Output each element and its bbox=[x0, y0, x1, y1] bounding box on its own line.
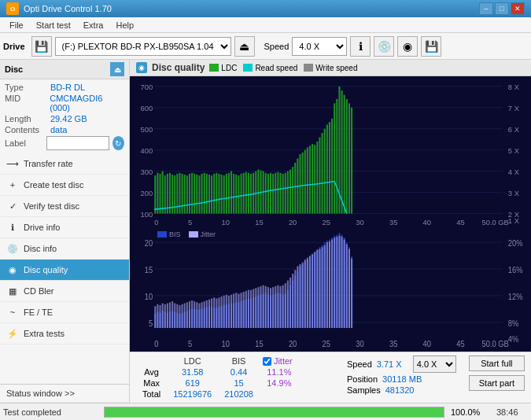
svg-text:10: 10 bbox=[222, 217, 230, 226]
sidebar-item-drive-info[interactable]: ℹ Drive info bbox=[0, 217, 129, 238]
speed-select[interactable]: 4.0 X bbox=[292, 37, 347, 56]
disc-label-input[interactable] bbox=[46, 136, 109, 150]
svg-rect-33 bbox=[154, 175, 156, 214]
menu-help[interactable]: Help bbox=[109, 19, 140, 31]
close-button[interactable]: ✕ bbox=[511, 2, 525, 15]
disc-eject-button[interactable]: ⏏ bbox=[110, 62, 124, 76]
sidebar-nav: ⟶ Transfer rate + Create test disc ✓ Ver… bbox=[0, 153, 129, 384]
sidebar-item-disc-info[interactable]: 💿 Disc info bbox=[0, 238, 129, 260]
svg-rect-256 bbox=[245, 291, 247, 328]
sidebar-item-extra-tests[interactable]: ⚡ Extra tests bbox=[0, 323, 129, 344]
sidebar-item-fe-te[interactable]: ~ FE / TE bbox=[0, 302, 129, 323]
svg-rect-34 bbox=[157, 173, 158, 214]
ldc-legend-label: LDC bbox=[221, 64, 237, 72]
svg-rect-36 bbox=[162, 171, 164, 214]
svg-rect-90 bbox=[294, 163, 296, 214]
svg-rect-97 bbox=[312, 144, 313, 213]
svg-rect-59 bbox=[218, 174, 219, 214]
svg-rect-82 bbox=[275, 173, 276, 214]
quality-icon-btn[interactable]: ◉ bbox=[397, 36, 418, 57]
save-icon-btn[interactable]: 💾 bbox=[421, 36, 441, 57]
svg-rect-261 bbox=[257, 287, 259, 328]
svg-text:8 X: 8 X bbox=[508, 83, 520, 91]
svg-rect-247 bbox=[223, 296, 225, 328]
svg-text:5: 5 bbox=[149, 319, 153, 328]
write-speed-legend-label: Write speed bbox=[315, 64, 357, 72]
menu-file[interactable]: File bbox=[3, 19, 30, 31]
speed-select-stats[interactable]: 4.0 X bbox=[413, 356, 456, 373]
svg-rect-51 bbox=[198, 175, 200, 214]
svg-rect-80 bbox=[270, 173, 271, 214]
svg-text:5: 5 bbox=[188, 217, 192, 226]
type-label: Type bbox=[5, 83, 50, 92]
svg-text:25: 25 bbox=[323, 217, 330, 226]
svg-text:400: 400 bbox=[141, 146, 153, 155]
svg-rect-110 bbox=[344, 95, 345, 214]
svg-text:5: 5 bbox=[188, 339, 193, 348]
minimize-button[interactable]: – bbox=[479, 2, 493, 15]
svg-rect-298 bbox=[348, 249, 350, 327]
menu-start-test[interactable]: Start test bbox=[30, 19, 77, 31]
svg-rect-53 bbox=[204, 173, 205, 214]
drive-icon-btn[interactable]: 💾 bbox=[31, 36, 52, 57]
svg-rect-250 bbox=[230, 294, 232, 327]
label-refresh-button[interactable]: ↻ bbox=[112, 136, 124, 150]
sidebar-label-disc-quality: Disc quality bbox=[24, 265, 68, 274]
svg-rect-262 bbox=[260, 286, 261, 328]
svg-rect-245 bbox=[218, 297, 219, 328]
svg-text:700: 700 bbox=[141, 83, 153, 91]
max-ldc: 619 bbox=[167, 378, 218, 389]
svg-rect-243 bbox=[213, 297, 215, 328]
length-value: 29.42 GB bbox=[50, 114, 87, 123]
maximize-button[interactable]: □ bbox=[495, 2, 509, 15]
eject-button[interactable]: ⏏ bbox=[234, 36, 255, 57]
samples-value: 481320 bbox=[385, 385, 415, 395]
svg-rect-233 bbox=[189, 301, 190, 328]
sidebar-item-transfer-rate[interactable]: ⟶ Transfer rate bbox=[0, 153, 129, 175]
svg-rect-244 bbox=[216, 298, 217, 328]
svg-text:12%: 12% bbox=[508, 292, 523, 301]
sidebar-label-create-test-disc: Create test disc bbox=[24, 180, 83, 190]
sidebar-item-create-test-disc[interactable]: + Create test disc bbox=[0, 175, 129, 196]
stats-col-ldc: LDC bbox=[167, 356, 218, 367]
disc-icon-btn[interactable]: 💿 bbox=[374, 36, 394, 57]
total-ldc: 15219676 bbox=[167, 389, 218, 400]
sidebar-item-verify-test-disc[interactable]: ✓ Verify test disc bbox=[0, 196, 129, 217]
svg-rect-225 bbox=[169, 302, 171, 328]
info-icon-btn[interactable]: ℹ bbox=[350, 36, 371, 57]
svg-rect-251 bbox=[233, 293, 234, 328]
sidebar-status-window[interactable]: Status window >> bbox=[0, 384, 129, 403]
svg-rect-89 bbox=[292, 167, 293, 213]
svg-rect-86 bbox=[285, 173, 286, 214]
svg-rect-71 bbox=[248, 173, 249, 214]
sidebar-item-cd-bler[interactable]: ▦ CD Bler bbox=[0, 281, 129, 302]
drive-info-icon: ℹ bbox=[6, 221, 19, 234]
svg-text:300: 300 bbox=[141, 168, 153, 176]
sidebar-label-cd-bler: CD Bler bbox=[24, 286, 54, 296]
start-part-button[interactable]: Start part bbox=[469, 375, 525, 391]
avg-jitter: 11.1% bbox=[260, 367, 299, 378]
svg-rect-52 bbox=[201, 174, 203, 214]
upper-chart: 700 600 500 400 300 200 100 8 X 7 X 6 X … bbox=[130, 76, 531, 228]
svg-text:25: 25 bbox=[323, 339, 331, 348]
contents-label: Contents bbox=[5, 125, 50, 134]
start-full-button[interactable]: Start full bbox=[469, 356, 525, 371]
svg-rect-45 bbox=[184, 175, 186, 214]
svg-text:15: 15 bbox=[145, 265, 153, 274]
drive-select[interactable]: (F:) PLEXTOR BD-R PX-LB950SA 1.04 bbox=[55, 37, 231, 56]
svg-text:30: 30 bbox=[356, 339, 364, 348]
svg-text:6 X: 6 X bbox=[508, 125, 520, 134]
svg-rect-227 bbox=[174, 303, 175, 327]
svg-text:20: 20 bbox=[289, 217, 297, 226]
svg-rect-96 bbox=[309, 146, 311, 213]
svg-rect-283 bbox=[312, 253, 313, 327]
svg-text:20%: 20% bbox=[508, 238, 523, 248]
svg-text:40: 40 bbox=[423, 217, 431, 226]
menu-extra[interactable]: Extra bbox=[77, 19, 110, 31]
sidebar-item-disc-quality[interactable]: ◉ Disc quality bbox=[0, 260, 129, 281]
svg-text:10: 10 bbox=[222, 339, 230, 348]
jitter-checkbox[interactable] bbox=[263, 357, 271, 366]
read-speed-legend-label: Read speed bbox=[255, 64, 297, 72]
svg-text:500: 500 bbox=[141, 125, 153, 134]
svg-rect-223 bbox=[164, 304, 166, 328]
